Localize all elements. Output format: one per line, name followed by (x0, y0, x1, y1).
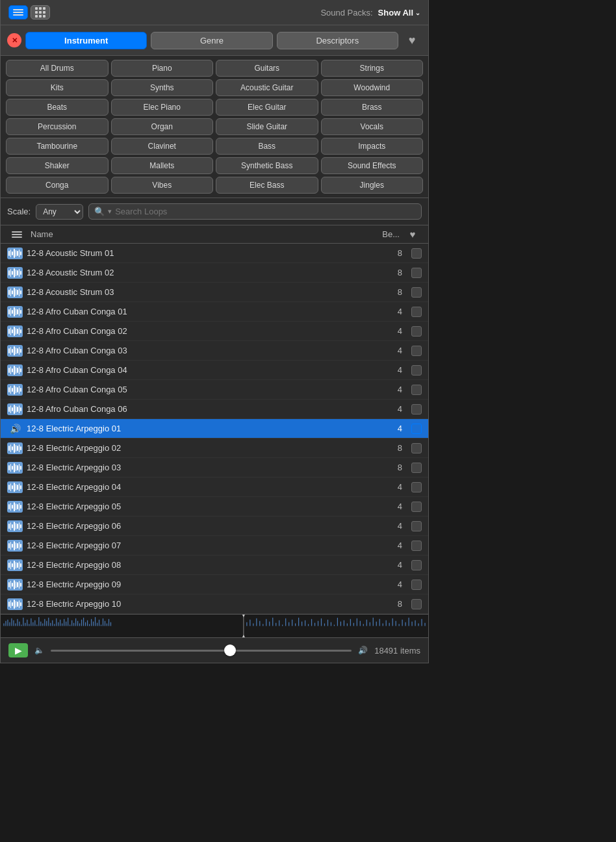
favorites-filter-button[interactable]: ♥ (402, 31, 422, 50)
table-row[interactable]: 12-8 Electric Arpeggio 044 (1, 478, 428, 497)
favorite-checkbox[interactable] (411, 560, 422, 570)
category-button[interactable]: Piano (111, 60, 214, 77)
table-row[interactable]: 12-8 Electric Arpeggio 064 (1, 517, 428, 536)
category-button[interactable]: Beats (6, 99, 109, 116)
table-row[interactable]: 12-8 Electric Arpeggio 054 (1, 497, 428, 517)
category-button[interactable]: Synths (111, 79, 214, 96)
favorite-checkbox[interactable] (411, 424, 422, 434)
waveform-bar[interactable] (1, 614, 428, 637)
favorite-checkbox[interactable] (411, 599, 422, 609)
table-row[interactable]: 12-8 Afro Cuban Conga 014 (1, 302, 428, 322)
favorite-checkbox[interactable] (411, 541, 422, 551)
category-button[interactable]: Kits (6, 79, 109, 96)
favorite-checkbox[interactable] (411, 502, 422, 512)
category-button[interactable]: All Drums (6, 60, 109, 77)
favorite-checkbox[interactable] (411, 287, 422, 298)
volume-min-icon: 🔈 (34, 646, 44, 655)
loop-name: 12-8 Electric Arpeggio 07 (27, 541, 371, 550)
instrument-filter-button[interactable]: Instrument (25, 32, 147, 49)
favorite-checkbox[interactable] (411, 307, 422, 317)
table-row[interactable]: 12-8 Electric Arpeggio 094 (1, 575, 428, 594)
category-button[interactable]: Conga (6, 177, 109, 194)
loop-waveform-icon (7, 267, 23, 279)
category-button[interactable]: Acoustic Guitar (216, 79, 318, 96)
table-row[interactable]: 12-8 Afro Cuban Conga 034 (1, 341, 428, 361)
category-button[interactable]: Elec Guitar (216, 99, 318, 116)
table-row[interactable]: 12-8 Electric Arpeggio 038 (1, 458, 428, 478)
loop-waveform-icon (7, 501, 23, 513)
category-button[interactable]: Jingles (321, 177, 424, 194)
table-row[interactable]: 12-8 Electric Arpeggio 108 (1, 594, 428, 614)
grid-view-button[interactable] (31, 5, 50, 19)
loop-name: 12-8 Electric Arpeggio 06 (27, 521, 371, 531)
category-button[interactable]: Guitars (216, 60, 318, 77)
loop-beats: 4 (375, 541, 407, 550)
category-button[interactable]: Sound Effects (321, 157, 424, 174)
category-button[interactable]: Organ (111, 118, 214, 135)
table-row[interactable]: 12-8 Acoustic Strum 038 (1, 283, 428, 302)
table-row[interactable]: 12-8 Acoustic Strum 028 (1, 263, 428, 283)
scale-select[interactable]: AnyMinorMajorNeither (36, 204, 83, 220)
category-button[interactable]: Vibes (111, 177, 214, 194)
category-button[interactable]: Shaker (6, 157, 109, 174)
loop-waveform-icon (7, 345, 23, 357)
favorite-checkbox[interactable] (411, 521, 422, 531)
loop-beats: 8 (375, 248, 407, 258)
favorite-checkbox[interactable] (411, 248, 422, 259)
category-button[interactable]: Elec Piano (111, 99, 214, 116)
favorite-checkbox[interactable] (411, 268, 422, 278)
category-button[interactable]: Clavinet (111, 138, 214, 155)
category-button[interactable]: Vocals (321, 118, 424, 135)
category-button[interactable]: Woodwind (321, 79, 424, 96)
favorite-checkbox[interactable] (411, 463, 422, 473)
genre-filter-button[interactable]: Genre (151, 32, 272, 49)
favorite-checkbox[interactable] (411, 404, 422, 415)
svg-marker-114 (242, 635, 245, 637)
table-row[interactable]: 12-8 Electric Arpeggio 074 (1, 536, 428, 555)
table-row[interactable]: 12-8 Afro Cuban Conga 024 (1, 322, 428, 341)
category-button[interactable]: Brass (321, 99, 424, 116)
category-button[interactable]: Mallets (111, 157, 214, 174)
grid-view-icon (35, 7, 45, 18)
category-button[interactable]: Strings (321, 60, 424, 77)
loop-beats: 8 (375, 443, 407, 453)
table-row[interactable]: 12-8 Afro Cuban Conga 054 (1, 380, 428, 400)
table-row[interactable]: 12-8 Electric Arpeggio 028 (1, 439, 428, 458)
category-button[interactable]: Elec Bass (216, 177, 318, 194)
close-button[interactable]: ✕ (7, 33, 21, 47)
favorite-checkbox[interactable] (411, 346, 422, 356)
table-row[interactable]: 12-8 Electric Arpeggio 084 (1, 555, 428, 575)
descriptors-filter-button[interactable]: Descriptors (277, 32, 398, 49)
category-button[interactable]: Bass (216, 138, 318, 155)
category-button[interactable]: Impacts (321, 138, 424, 155)
category-button[interactable]: Slide Guitar (216, 118, 318, 135)
filter-bar: ✕ Instrument Genre Descriptors ♥ (1, 25, 428, 56)
beats-column-header[interactable]: Be... (367, 229, 400, 239)
search-input[interactable] (115, 207, 416, 216)
table-row[interactable]: 12-8 Afro Cuban Conga 044 (1, 361, 428, 380)
category-button[interactable]: Percussion (6, 118, 109, 135)
search-filter-arrow[interactable]: ▾ (108, 207, 112, 216)
volume-slider[interactable] (51, 650, 352, 652)
favorite-checkbox[interactable] (411, 580, 422, 590)
category-button[interactable]: Tambourine (6, 138, 109, 155)
play-button[interactable]: ▶ (8, 643, 28, 657)
search-input-wrap: 🔍 ▾ (88, 203, 422, 220)
favorite-checkbox[interactable] (411, 385, 422, 395)
loop-beats: 8 (375, 599, 407, 609)
favorite-checkbox[interactable] (411, 326, 422, 337)
category-button[interactable]: Synthetic Bass (216, 157, 318, 174)
favorite-checkbox[interactable] (411, 365, 422, 376)
table-row[interactable]: 12-8 Acoustic Strum 018 (1, 244, 428, 263)
table-row[interactable]: 🔊12-8 Electric Arpeggio 014 (1, 419, 428, 439)
loop-beats: 8 (375, 287, 407, 297)
top-bar: Sound Packs: Show All (1, 0, 428, 25)
favorite-checkbox[interactable] (411, 443, 422, 453)
table-row[interactable]: 12-8 Afro Cuban Conga 064 (1, 400, 428, 419)
favorite-checkbox[interactable] (411, 482, 422, 492)
show-all-button[interactable]: Show All (378, 8, 420, 18)
list-view-button[interactable] (8, 5, 28, 19)
loop-waveform-icon (7, 248, 23, 259)
loop-name: 12-8 Electric Arpeggio 10 (27, 599, 371, 609)
favorites-column-header[interactable]: ♥ (404, 229, 422, 240)
